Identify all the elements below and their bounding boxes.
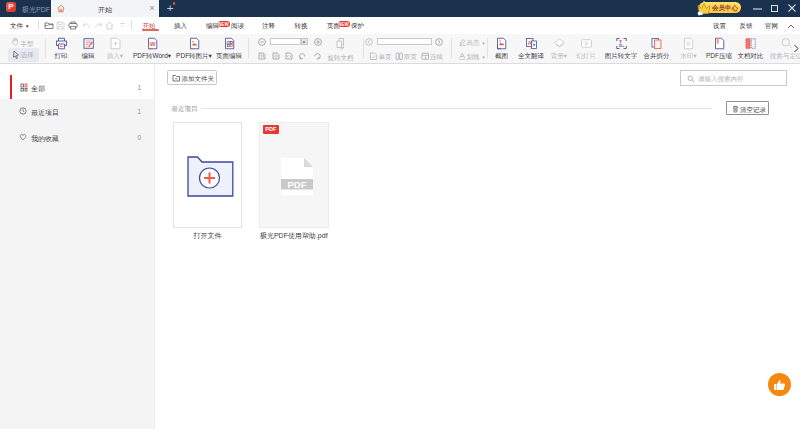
svg-text:PDF: PDF: [288, 178, 307, 189]
svg-text:W: W: [149, 41, 155, 47]
